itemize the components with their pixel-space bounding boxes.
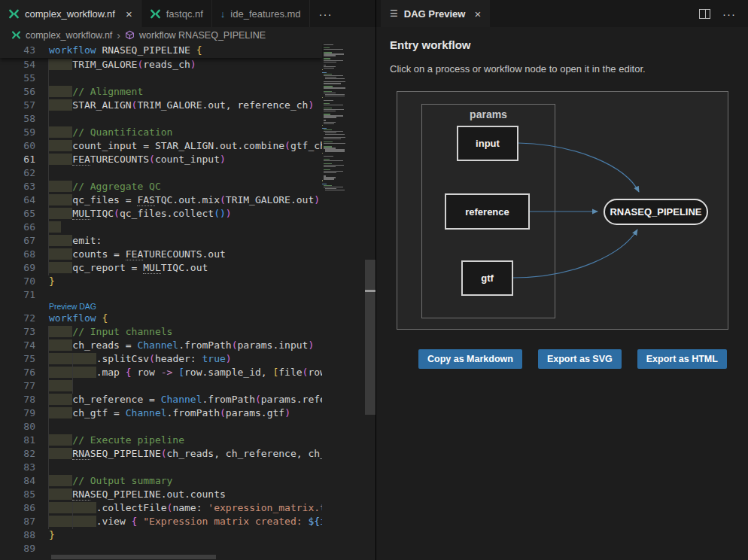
code-token: [ [178, 367, 184, 378]
line-content: FEATURECOUNTS(count_input) [35, 153, 226, 166]
tab-dag-preview[interactable]: ☰ DAG Preview × [381, 0, 490, 27]
line-content: } [35, 275, 55, 288]
code-token: SEQ_PIPELINE.out.counts [90, 488, 226, 500]
line-number: 79 [0, 406, 35, 420]
minimap-line [324, 83, 341, 84]
code-token [49, 407, 72, 418]
minimap-line [324, 44, 333, 45]
code-token: ( [220, 194, 226, 205]
nextflow-icon [11, 30, 21, 40]
code-token: ch_reads = [72, 339, 137, 351]
breadcrumb-file[interactable]: complex_workflow.nf [26, 30, 112, 41]
close-icon[interactable]: × [474, 8, 481, 20]
code-token: ) [226, 353, 232, 364]
code-token: gtf_ch [290, 140, 322, 151]
node-reference[interactable]: reference [445, 193, 530, 230]
code-token: { [126, 367, 132, 378]
indent-guide [48, 59, 49, 275]
close-icon[interactable]: × [126, 8, 132, 20]
code-token: { [102, 312, 108, 324]
tab-label: complex_workflow.nf [25, 8, 115, 20]
minimap-line [324, 68, 334, 68]
line-number: 64 [0, 193, 35, 207]
minimap[interactable] [322, 44, 366, 255]
code-token [49, 181, 72, 192]
code-editor[interactable]: 54 TRIM_GALORE(reads_ch)5556 // Alignmen… [0, 43, 376, 560]
code-token: ) [190, 59, 196, 70]
line-number: 54 [0, 58, 35, 72]
code-token: workflow [49, 44, 96, 56]
code-token: MUL [72, 208, 90, 220]
code-line[interactable]: 70} [0, 275, 322, 288]
code-token: ) [220, 154, 226, 165]
edge-gtf-to-pipeline [513, 230, 637, 278]
code-token: .fromPath [167, 407, 220, 418]
line-number: 58 [0, 112, 35, 126]
codelens-preview-dag-link[interactable]: Preview DAG [35, 302, 96, 312]
minimap-line [324, 87, 345, 88]
code-token: SEQ_PIPELINE [90, 448, 161, 459]
code-token: ) [308, 99, 314, 111]
line-content: qc_report = MULTIQC.out [35, 261, 208, 275]
line-content: .map { row -> [row.sample_id, [file(row.… [35, 366, 322, 379]
code-token: -> [161, 367, 173, 378]
code-token: params.referen [261, 394, 322, 405]
split-editor-icon[interactable] [699, 9, 710, 19]
horizontal-scrollbar[interactable] [51, 555, 216, 559]
workflow-symbol-icon [125, 30, 135, 40]
code-token: emit: [72, 235, 102, 246]
tab-fastqc[interactable]: fastqc.nf [141, 0, 212, 27]
code-token: ${it} [308, 516, 322, 527]
tab-ide-features[interactable]: ↓ ide_features.md [212, 0, 310, 27]
code-line[interactable]: 89 [0, 542, 322, 555]
line-number: 87 [0, 515, 35, 528]
line-number: 89 [0, 542, 35, 555]
tab-complex-workflow[interactable]: complex_workflow.nf × [0, 0, 141, 27]
code-token: ( [161, 448, 167, 459]
vertical-scrollbar[interactable] [365, 260, 376, 415]
code-token [49, 339, 72, 351]
export-as-html-button[interactable]: Export as HTML [637, 349, 727, 369]
indent-guide [48, 326, 49, 529]
code-line[interactable]: 72workflow { [0, 312, 322, 325]
line-number: 60 [0, 139, 35, 153]
code-token: name: [172, 502, 208, 513]
line-number: 80 [0, 420, 35, 434]
line-content: RNASEQ_PIPELINE.out.counts [35, 488, 226, 501]
chevron-right-icon: › [117, 29, 120, 41]
line-content [35, 72, 49, 85]
code-token [49, 475, 72, 486]
line-content: ch_reads = Channel.fromPath(params.input… [35, 339, 314, 352]
node-input[interactable]: input [457, 126, 518, 161]
node-gtf[interactable]: gtf [461, 260, 513, 296]
code-token: ch_gtf = [72, 407, 125, 418]
line-number: 74 [0, 339, 35, 352]
breadcrumb-symbol[interactable]: workflow RNASEQ_PIPELINE [139, 30, 266, 41]
line-number: 71 [0, 288, 35, 302]
line-content: STAR_ALIGN(TRIM_GALORE.out, reference_ch… [35, 99, 314, 112]
code-token [49, 434, 72, 446]
more-actions-icon[interactable]: ··· [722, 8, 736, 20]
code-token [49, 380, 72, 391]
tab-overflow-button[interactable]: ··· [310, 0, 342, 27]
code-token: TRIM_GALORE.out, reference_ch [137, 99, 308, 111]
export-as-svg-button[interactable]: Export as SVG [538, 349, 622, 369]
sticky-scroll-line[interactable]: 43workflow RNASEQ_PIPELINE { [0, 43, 322, 58]
line-content: RNASEQ_PIPELINE(ch_reads, ch_reference, … [35, 447, 322, 461]
code-token: count_input [155, 154, 220, 165]
line-content: // Aggregate QC [35, 180, 161, 193]
code-token: MUL [143, 262, 160, 274]
line-number: 56 [0, 85, 35, 99]
code-token: ) [226, 208, 232, 219]
code-token [49, 59, 72, 70]
code-token: file [278, 367, 302, 378]
line-number: 68 [0, 248, 35, 261]
minimap-line [324, 160, 342, 161]
code-line[interactable]: 71 [0, 288, 322, 302]
code-line[interactable]: 88} [0, 528, 322, 542]
copy-as-markdown-button[interactable]: Copy as Markdown [418, 349, 522, 369]
minimap-line [324, 55, 336, 56]
line-content: TRIM_GALORE(reads_ch) [35, 58, 196, 72]
node-rnaseq-pipeline[interactable]: RNASEQ_PIPELINE [604, 199, 708, 225]
line-number: 78 [0, 393, 35, 406]
